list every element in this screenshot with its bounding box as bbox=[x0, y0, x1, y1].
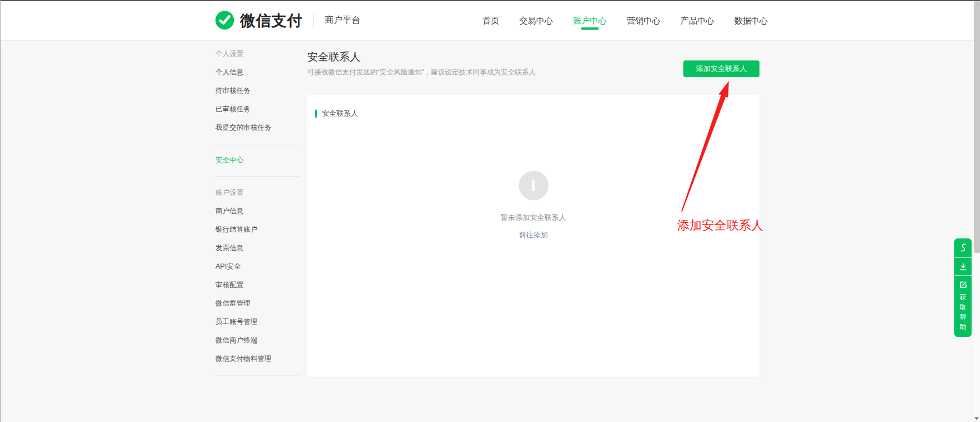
get-help-button[interactable]: 获取帮助 bbox=[954, 275, 972, 337]
sidebar-item-merchant-info[interactable]: 商户信息 bbox=[215, 202, 299, 221]
window-left-edge bbox=[0, 0, 1, 422]
page-subtitle: 可接收微信支付发送的“安全风险通知”，建议设定技术同事成为安全联系人 bbox=[307, 68, 536, 77]
main-content: 安全联系人 可接收微信支付发送的“安全风险通知”，建议设定技术同事成为安全联系人… bbox=[307, 41, 759, 388]
nav-marketing-center[interactable]: 营销中心 bbox=[627, 15, 660, 26]
add-security-contact-button[interactable]: 添加安全联系人 bbox=[683, 60, 759, 77]
brand-subtitle: 商户平台 bbox=[325, 15, 360, 26]
sidebar-item-wechat-pay-materials-management[interactable]: 微信支付物料管理 bbox=[215, 350, 299, 368]
sidebar-section-account-settings: 账户设置 bbox=[215, 184, 299, 202]
sidebar-section-personal-settings: 个人设置 bbox=[215, 45, 299, 63]
brand-name: 微信支付 bbox=[240, 11, 303, 31]
annotation-label: 添加安全联系人 bbox=[677, 217, 763, 234]
info-icon: i bbox=[519, 171, 548, 200]
sidebar-item-personal-info[interactable]: 个人信息 bbox=[215, 63, 299, 82]
sidebar-item-pending-review-tasks[interactable]: 待审核任务 bbox=[215, 82, 299, 100]
sidebar-divider bbox=[215, 176, 299, 177]
nav-data-center[interactable]: 数据中心 bbox=[734, 15, 768, 26]
window-top-edge bbox=[0, 0, 980, 1]
feedback-icon bbox=[959, 280, 968, 289]
wechat-pay-logo-icon bbox=[214, 10, 235, 31]
sidebar-item-review-config[interactable]: 审核配置 bbox=[215, 276, 299, 294]
go-add-link[interactable]: 前往添加 bbox=[519, 230, 548, 240]
card-header-accent-bar bbox=[315, 110, 317, 118]
sidebar: 个人设置 个人信息 待审核任务 已审核任务 我提交的审核任务 安全中心 账户设置… bbox=[215, 41, 299, 382]
card-header-title: 安全联系人 bbox=[322, 109, 358, 119]
nav-account-center[interactable]: 账户中心 bbox=[573, 15, 607, 26]
sidebar-item-reviewed-tasks[interactable]: 已审核任务 bbox=[215, 100, 299, 119]
card-header: 安全联系人 bbox=[315, 109, 358, 119]
download-button[interactable] bbox=[954, 257, 972, 275]
sidebar-item-bank-settlement-account[interactable]: 银行结算账户 bbox=[215, 221, 299, 239]
nav-home[interactable]: 首页 bbox=[482, 15, 499, 26]
security-contact-card: 安全联系人 i 暂未添加安全联系人 前往添加 bbox=[307, 95, 759, 377]
info-icon-glyph: i bbox=[531, 177, 536, 194]
brand-divider bbox=[313, 15, 314, 27]
sidebar-item-invoice-info[interactable]: 发票信息 bbox=[215, 239, 299, 257]
sidebar-item-api-security[interactable]: API安全 bbox=[215, 257, 299, 276]
vertical-scrollbar[interactable] bbox=[973, 0, 980, 422]
brand: 微信支付 商户平台 bbox=[214, 0, 360, 41]
page-title: 安全联系人 bbox=[307, 50, 360, 64]
scrollbar-down-icon[interactable] bbox=[974, 417, 979, 420]
sidebar-item-wechat-merchant-terminal[interactable]: 微信商户终端 bbox=[215, 331, 299, 350]
sidebar-divider bbox=[215, 144, 299, 144]
scrollbar-thumb[interactable] bbox=[974, 1, 980, 253]
top-nav: 首页 交易中心 账户中心 营销中心 产品中心 数据中心 bbox=[482, 0, 768, 41]
sidebar-divider bbox=[215, 375, 299, 376]
link-icon bbox=[959, 243, 968, 253]
get-help-label: 获取帮助 bbox=[959, 293, 967, 332]
sidebar-item-staff-account-management[interactable]: 员工账号管理 bbox=[215, 313, 299, 331]
download-icon bbox=[959, 262, 968, 271]
header: 微信支付 商户平台 首页 交易中心 账户中心 营销中心 产品中心 数据中心 bbox=[0, 0, 980, 41]
floating-help-widget: 获取帮助 bbox=[954, 238, 972, 337]
sidebar-item-security-center[interactable]: 安全中心 bbox=[215, 151, 299, 170]
sidebar-item-wechat-group-management[interactable]: 微信群管理 bbox=[215, 294, 299, 313]
nav-transaction-center[interactable]: 交易中心 bbox=[519, 15, 553, 26]
link-button[interactable] bbox=[954, 238, 972, 257]
sidebar-item-my-submitted-review-tasks[interactable]: 我提交的审核任务 bbox=[215, 119, 299, 137]
nav-product-center[interactable]: 产品中心 bbox=[681, 15, 714, 26]
